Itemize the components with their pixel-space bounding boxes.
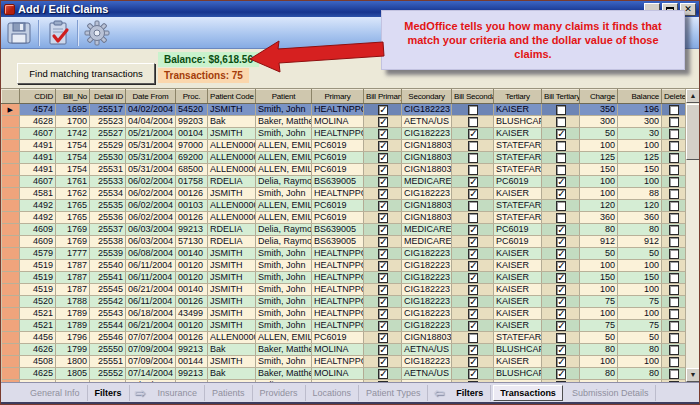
cell-bill_secondary[interactable] (452, 308, 494, 320)
cell-bill_primary[interactable] (364, 116, 402, 128)
claim-row[interactable]: 451917872554506/21/200400140JSMITHSmith,… (2, 284, 686, 296)
tab-locations[interactable]: Locations (306, 385, 360, 401)
tab-transactions[interactable]: Transactions (493, 385, 563, 401)
column-header-detail_id[interactable]: Detail ID (90, 90, 126, 104)
cell-delete[interactable] (662, 356, 686, 368)
bill_tertiary-checkbox[interactable] (556, 333, 566, 343)
delete-checkbox[interactable] (669, 309, 679, 319)
cell-bill_secondary[interactable] (452, 104, 494, 116)
cell-delete[interactable] (662, 104, 686, 116)
cell-bill_tertiary[interactable] (542, 248, 580, 260)
row-selector[interactable] (2, 248, 20, 260)
cell-bill_primary[interactable] (364, 344, 402, 356)
column-header-cdid[interactable]: CDID (20, 90, 56, 104)
row-selector[interactable] (2, 164, 20, 176)
cell-bill_primary[interactable] (364, 236, 402, 248)
delete-checkbox[interactable] (669, 141, 679, 151)
bill_tertiary-checkbox[interactable] (556, 345, 566, 355)
tab-insurance[interactable]: Insurance (150, 385, 205, 401)
cell-bill_secondary[interactable] (452, 116, 494, 128)
row-selector[interactable] (2, 200, 20, 212)
bill_secondary-checkbox[interactable] (468, 225, 478, 235)
cell-delete[interactable] (662, 248, 686, 260)
bill_tertiary-checkbox[interactable] (556, 237, 566, 247)
bill_primary-checkbox[interactable] (378, 189, 388, 199)
column-header-delete[interactable]: Delete (662, 90, 686, 104)
delete-checkbox[interactable] (669, 321, 679, 331)
claim-row[interactable]: 451917872554006/11/200400120JSMITHSmith,… (2, 260, 686, 272)
claim-row[interactable]: 462617992555007/09/200499213BakBaker, Ma… (2, 344, 686, 356)
row-selector[interactable] (2, 212, 20, 224)
cell-bill_tertiary[interactable] (542, 116, 580, 128)
column-header-proc[interactable]: Proc. (176, 90, 208, 104)
claim-row[interactable]: 452117892554306/18/200443499JSMITHSmith,… (2, 308, 686, 320)
row-selector[interactable] (2, 176, 20, 188)
scroll-up-button[interactable]: ▲ (686, 89, 700, 103)
column-header-balance[interactable]: Balance (618, 90, 662, 104)
cell-bill_tertiary[interactable] (542, 224, 580, 236)
bill_tertiary-checkbox[interactable] (556, 129, 566, 139)
cell-bill_tertiary[interactable] (542, 164, 580, 176)
row-selector[interactable] (2, 152, 20, 164)
bill_secondary-checkbox[interactable] (468, 333, 478, 343)
claim-row[interactable]: 457917772553906/08/200400140JSMITHSmith,… (2, 248, 686, 260)
column-header-patient[interactable]: Patient (256, 90, 312, 104)
bill_secondary-checkbox[interactable] (468, 153, 478, 163)
row-selector[interactable]: ▶ (2, 104, 20, 116)
row-selector[interactable] (2, 128, 20, 140)
delete-checkbox[interactable] (669, 129, 679, 139)
claim-row[interactable]: 445617962554607/07/200400126ALLEN0000ALL… (2, 332, 686, 344)
bill_primary-checkbox[interactable] (378, 237, 388, 247)
claim-row[interactable]: 449217652553506/02/200400103ALLEN0000ALL… (2, 200, 686, 212)
tab-providers[interactable]: Providers (253, 385, 306, 401)
delete-checkbox[interactable] (669, 213, 679, 223)
row-selector[interactable] (2, 272, 20, 284)
cell-bill_secondary[interactable] (452, 344, 494, 356)
bill_secondary-checkbox[interactable] (468, 117, 478, 127)
cell-delete[interactable] (662, 308, 686, 320)
cell-bill_tertiary[interactable] (542, 188, 580, 200)
column-header-bill_tertiary[interactable]: Bill Tertiary (542, 90, 580, 104)
column-header-primary[interactable]: Primary (312, 90, 364, 104)
bill_primary-checkbox[interactable] (378, 141, 388, 151)
row-selector[interactable] (2, 368, 20, 380)
row-selector[interactable] (2, 296, 20, 308)
bill_tertiary-checkbox[interactable] (556, 201, 566, 211)
cell-delete[interactable] (662, 212, 686, 224)
bill_secondary-checkbox[interactable] (468, 141, 478, 151)
cell-delete[interactable] (662, 320, 686, 332)
save-button[interactable] (1, 18, 37, 48)
cell-delete[interactable] (662, 236, 686, 248)
claim-row[interactable]: 449117542553005/31/200469200ALLEN0000ALL… (2, 152, 686, 164)
cell-bill_primary[interactable] (364, 260, 402, 272)
cell-bill_secondary[interactable] (452, 212, 494, 224)
cell-bill_secondary[interactable] (452, 296, 494, 308)
cell-delete[interactable] (662, 224, 686, 236)
claim-row[interactable]: 460717612553306/02/200401758RDELIADelia,… (2, 176, 686, 188)
cell-bill_primary[interactable] (364, 140, 402, 152)
cell-bill_primary[interactable] (364, 368, 402, 380)
bill_primary-checkbox[interactable] (378, 201, 388, 211)
row-selector[interactable] (2, 260, 20, 272)
select-all-corner[interactable] (2, 90, 20, 104)
cell-bill_primary[interactable] (364, 164, 402, 176)
claim-row[interactable]: 452117892554406/21/200400120JSMITHSmith,… (2, 320, 686, 332)
row-selector[interactable] (2, 224, 20, 236)
cell-bill_primary[interactable] (364, 284, 402, 296)
cell-bill_secondary[interactable] (452, 128, 494, 140)
bill_secondary-checkbox[interactable] (468, 261, 478, 271)
claim-row[interactable]: 460917692553806/03/200457130RDELIADelia,… (2, 236, 686, 248)
bill_tertiary-checkbox[interactable] (556, 261, 566, 271)
bill_secondary-checkbox[interactable] (468, 273, 478, 283)
bill_secondary-checkbox[interactable] (468, 345, 478, 355)
cell-bill_secondary[interactable] (452, 152, 494, 164)
bill_secondary-checkbox[interactable] (468, 177, 478, 187)
cell-bill_secondary[interactable] (452, 356, 494, 368)
column-header-secondary[interactable]: Secondary (402, 90, 452, 104)
bill_secondary-checkbox[interactable] (468, 201, 478, 211)
bill_primary-checkbox[interactable] (378, 117, 388, 127)
bill_tertiary-checkbox[interactable] (556, 105, 566, 115)
find-matching-transactions-button[interactable]: Find matching transactions (17, 63, 155, 84)
bill_secondary-checkbox[interactable] (468, 249, 478, 259)
cell-delete[interactable] (662, 272, 686, 284)
